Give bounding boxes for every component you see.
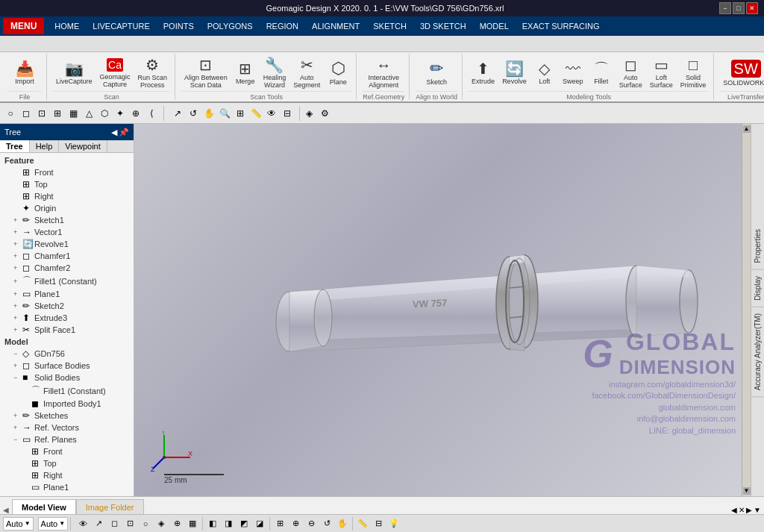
tree-item-vector1[interactable]: + → Vector1 xyxy=(1,226,132,238)
properties-tab[interactable]: Properties xyxy=(751,223,764,270)
tb-select-btn[interactable]: ↗ xyxy=(170,106,185,121)
maximize-button[interactable]: □ xyxy=(733,2,745,14)
tb-pan-btn[interactable]: ✋ xyxy=(201,106,216,121)
tab-scroll-left-icon[interactable]: ◀ xyxy=(731,506,737,514)
tree-item-sketches[interactable]: + ✏ Sketches xyxy=(1,410,132,422)
bt-render-icon[interactable]: ◨ xyxy=(221,517,236,531)
auto-segment-button[interactable]: ✂ AutoSegment xyxy=(290,55,323,91)
tb-fit-btn[interactable]: ⊞ xyxy=(233,106,248,121)
plane-button[interactable]: ⬡ Plane xyxy=(325,55,351,91)
tab-image-folder[interactable]: Image Folder xyxy=(76,499,144,514)
livecapture-button[interactable]: 📷 LiveCapture xyxy=(53,55,96,91)
tree-item-extrude3[interactable]: + ⬆ Extrude3 xyxy=(1,312,132,324)
bt-shade-icon[interactable]: ◩ xyxy=(237,517,251,531)
revolve-button[interactable]: 🔄 Revolve xyxy=(499,55,530,91)
tree-item-right[interactable]: ⊞ Right xyxy=(1,190,132,202)
healing-button[interactable]: 🔧 HealingWizard xyxy=(260,55,289,91)
tree-item-sketch2[interactable]: + ✏ Sketch2 xyxy=(1,300,132,312)
merge-button[interactable]: ⊞ Merge xyxy=(232,55,259,91)
bt-section-plane-icon[interactable]: ⊟ xyxy=(371,517,386,531)
scroll-down-btn[interactable]: ▼ xyxy=(743,487,751,495)
interactive-alignment-button[interactable]: ↔ InteractiveAlignment xyxy=(365,55,402,91)
tree-item-origin[interactable]: ✦ Origin xyxy=(1,202,132,214)
tree-item-ref-coordinates[interactable]: + ✦ Ref. Coordinates xyxy=(1,493,132,496)
tb-btn-10[interactable]: ⟨ xyxy=(144,106,159,121)
bt-cursor-icon[interactable]: ↗ xyxy=(91,517,106,531)
tb-btn-7[interactable]: ⬡ xyxy=(97,106,112,121)
extrude-button[interactable]: ⬆ Extrude xyxy=(469,55,498,91)
menu-exact-surfacing[interactable]: EXACT SURFACING xyxy=(516,18,606,34)
tb-btn-6[interactable]: △ xyxy=(81,106,96,121)
tree-item-surface-bodies[interactable]: + ◻ Surface Bodies xyxy=(1,360,132,372)
tree-item-imported-body1[interactable]: ◼ Imported Body1 xyxy=(1,398,132,410)
tb-btn-1[interactable]: ○ xyxy=(3,106,18,121)
run-scan-button[interactable]: ⚙ Run ScanProcess xyxy=(135,55,171,91)
bt-pan-icon[interactable]: ✋ xyxy=(335,517,350,531)
menu-points[interactable]: POINTS xyxy=(157,18,200,34)
tree-pin-icon[interactable]: 📌 xyxy=(119,128,129,137)
bt-zoom-out-icon[interactable]: ⊖ xyxy=(304,517,319,531)
tree-item-ref-planes[interactable]: − ▭ Ref. Planes xyxy=(1,434,132,445)
solid-primitive-button[interactable]: □ SolidPrimitive xyxy=(677,55,710,91)
menu-home[interactable]: HOME xyxy=(48,18,85,34)
tb-settings-btn[interactable]: ⚙ xyxy=(317,106,332,121)
tree-item-front[interactable]: ⊞ Front xyxy=(1,166,132,178)
tree-item-ref-vectors[interactable]: + → Ref. Vectors xyxy=(1,422,132,434)
bt-grid-icon[interactable]: ▦ xyxy=(185,517,200,531)
loft-button[interactable]: ◇ Loft xyxy=(531,55,558,91)
tree-item-fillet1[interactable]: + ⌒ Fillet1 (Constant) xyxy=(1,274,132,288)
bt-select-icon[interactable]: ◻ xyxy=(107,517,122,531)
tree-item-chamfer1[interactable]: + ◻ Chamfer1 xyxy=(1,250,132,262)
sketch-button[interactable]: ✏ Sketch xyxy=(423,55,450,91)
bottom-tabs-arrow-left[interactable]: ◀ xyxy=(3,506,12,514)
tab-model-view[interactable]: Model View xyxy=(12,499,76,514)
bt-rotate-icon[interactable]: ↺ xyxy=(319,517,334,531)
tb-btn-8[interactable]: ✦ xyxy=(113,106,128,121)
close-button[interactable]: ✕ xyxy=(746,2,758,14)
bt-snap-icon[interactable]: ⊕ xyxy=(169,517,184,531)
bt-layer-icon[interactable]: ◧ xyxy=(205,517,220,531)
tree-item-fillet1-model[interactable]: ⌒ Fillet1 (Constant) xyxy=(1,384,132,398)
geomagic-button[interactable]: Ca GeomagicCapture xyxy=(97,55,134,91)
tree-item-top-plane[interactable]: ⊞ Top xyxy=(1,457,132,469)
tree-tab-viewpoint[interactable]: Viewpoint xyxy=(59,140,107,152)
sweep-button[interactable]: 〰 Sweep xyxy=(560,55,586,91)
tb-zoom-btn[interactable]: 🔍 xyxy=(217,106,232,121)
auto-surface-button[interactable]: ◻ AutoSurface xyxy=(616,55,645,91)
import-button[interactable]: 📥 Import xyxy=(7,55,42,91)
tree-item-gdn756[interactable]: − ◇ GDn756 xyxy=(1,348,132,360)
viewport-scrollbar-right[interactable]: ▲ ▼ xyxy=(742,124,751,496)
tb-measure-btn[interactable]: 📏 xyxy=(248,106,263,121)
bt-fill-icon[interactable]: ◈ xyxy=(154,517,169,531)
menu-model[interactable]: MODEL xyxy=(474,18,515,34)
viewport[interactable]: VW 757 Z X Y 25 mm xyxy=(134,124,751,496)
tree-item-right-plane[interactable]: ⊞ Right xyxy=(1,469,132,481)
tb-btn-2[interactable]: ◻ xyxy=(19,106,34,121)
scroll-up-btn[interactable]: ▲ xyxy=(743,125,751,133)
bt-wire-icon[interactable]: ◪ xyxy=(252,517,267,531)
display-tab[interactable]: Display xyxy=(751,270,764,307)
tree-item-sketch1[interactable]: + ✏ Sketch1 xyxy=(1,214,132,226)
menu-3dsketch[interactable]: 3D SKETCH xyxy=(414,18,472,34)
tb-btn-4[interactable]: ⊞ xyxy=(50,106,65,121)
align-between-button[interactable]: ⊡ Align BetweenScan Data xyxy=(181,55,231,91)
tree-item-revolve1[interactable]: + 🔄 Revolve1 xyxy=(1,238,132,250)
menu-logo[interactable]: MENU xyxy=(3,18,44,34)
tree-item-chamfer2[interactable]: + ◻ Chamfer2 xyxy=(1,262,132,274)
tree-tab-tree[interactable]: Tree xyxy=(0,140,30,152)
bt-box-icon[interactable]: ⊡ xyxy=(122,517,137,531)
bt-measure-icon[interactable]: 📏 xyxy=(355,517,370,531)
menu-sketch[interactable]: SKETCH xyxy=(367,18,413,34)
tree-item-splitface1[interactable]: + ✂ Split Face1 xyxy=(1,324,132,336)
menu-region[interactable]: REGION xyxy=(260,18,304,34)
auto-dropdown-2[interactable]: Auto ▼ xyxy=(38,517,69,531)
tree-collapse-icon[interactable]: ◀ xyxy=(111,128,117,137)
tab-menu-icon[interactable]: ▼ xyxy=(754,506,761,514)
menu-livecapture[interactable]: LIVECAPTURE xyxy=(87,18,155,34)
tb-btn-5[interactable]: ▦ xyxy=(66,106,81,121)
fillet-button[interactable]: ⌒ Fillet xyxy=(588,55,615,91)
accuracy-analyzer-tab[interactable]: Accuracy Analyzer(TM) xyxy=(751,307,764,397)
loft-surface-button[interactable]: ▭ LoftSurface xyxy=(647,55,676,91)
tb-rotate-btn[interactable]: ↺ xyxy=(186,106,201,121)
tree-item-top[interactable]: ⊞ Top xyxy=(1,178,132,190)
